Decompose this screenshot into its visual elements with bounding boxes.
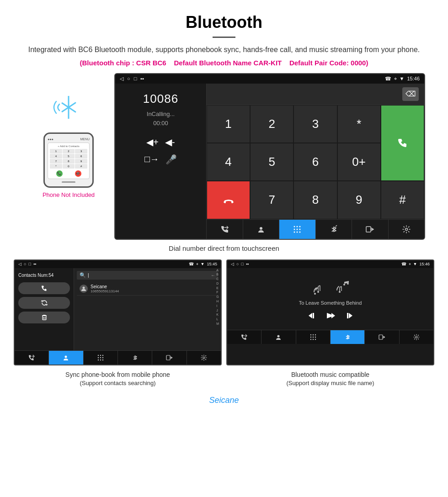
key-2[interactable]: 2 xyxy=(250,105,293,143)
recent-icon: □ xyxy=(134,76,137,81)
music-nav-calls[interactable] xyxy=(227,330,261,344)
contacts-sync-btn[interactable] xyxy=(18,297,70,309)
end-call-button[interactable] xyxy=(207,181,250,219)
contacts-nav-contacts[interactable] xyxy=(49,351,83,365)
music-statusbar: ◁ ○ □ ▪▪ ☎ ⌖ ▼ 15:46 xyxy=(227,260,433,268)
key-star[interactable]: * xyxy=(337,105,381,143)
nav-keypad[interactable] xyxy=(279,220,316,239)
phone-illustration: ●●● MENU + Add to Contacts 1 2 3 4 5 6 7… xyxy=(23,73,114,198)
vol-down-btn[interactable]: ◀- xyxy=(165,137,175,148)
svg-point-11 xyxy=(299,231,301,233)
contacts-call-btn[interactable] xyxy=(18,282,70,294)
svg-point-37 xyxy=(343,284,345,286)
next-track-btn[interactable] xyxy=(344,311,353,323)
svg-point-5 xyxy=(299,226,301,227)
music-nav-bluetooth[interactable] xyxy=(331,330,365,344)
contacts-caption-main: Sync phone-book from mobile phone xyxy=(14,370,222,380)
music-nav-settings[interactable] xyxy=(400,330,433,344)
nav-transfer[interactable] xyxy=(352,220,389,239)
dialer-left-panel: 10086 InCalling... 00:00 ◀+ ◀- □→ 🎤 xyxy=(115,84,207,239)
music-statusbar-left: ◁ ○ □ ▪▪ xyxy=(231,262,249,266)
phone-home-bar xyxy=(62,181,75,183)
music-nav-keypad[interactable] xyxy=(296,330,331,344)
music-nav-contacts[interactable] xyxy=(261,330,296,344)
contact-name: Seicane xyxy=(91,284,215,289)
key-0plus[interactable]: 0+ xyxy=(337,143,381,181)
phone-mock: ●●● MENU + Add to Contacts 1 2 3 4 5 6 7… xyxy=(43,132,94,188)
svg-point-2 xyxy=(260,227,262,230)
contacts-screen: ◁ ○ □ ▪▪ ☎ ⌖ ▼ 15:45 Contacts Num:54 xyxy=(14,259,222,365)
call-button[interactable] xyxy=(381,105,424,181)
contacts-nav-settings[interactable] xyxy=(187,351,221,365)
svg-point-55 xyxy=(315,338,316,339)
bottom-screens: ◁ ○ □ ▪▪ ☎ ⌖ ▼ 15:45 Contacts Num:54 xyxy=(0,259,448,370)
music-song-title: To Leave Something Behind xyxy=(299,300,362,306)
svg-point-23 xyxy=(102,354,103,355)
contact-list-item[interactable]: Seicane 10655059113144 xyxy=(77,282,218,296)
music-playback-controls xyxy=(308,311,353,323)
contacts-bottom-nav xyxy=(15,350,221,365)
spec-name: Default Bluetooth Name CAR-KIT xyxy=(174,59,282,67)
svg-point-18 xyxy=(83,286,85,289)
keypad-input-row: ⌫ xyxy=(207,84,424,105)
dialer-body: 10086 InCalling... 00:00 ◀+ ◀- □→ 🎤 ⌫ xyxy=(115,84,424,239)
music-time: 15:46 xyxy=(419,262,430,266)
key-8[interactable]: 8 xyxy=(293,181,337,219)
svg-marker-43 xyxy=(349,313,352,318)
contacts-nav-transfer[interactable] xyxy=(152,351,187,365)
play-pause-btn[interactable] xyxy=(326,311,335,323)
transfer-btn[interactable]: □→ xyxy=(144,154,159,165)
music-bottom-nav xyxy=(227,330,433,344)
music-home-icon: ○ xyxy=(236,262,239,266)
svg-point-29 xyxy=(102,359,103,360)
backspace-button[interactable]: ⌫ xyxy=(402,87,419,101)
nav-contacts[interactable] xyxy=(243,220,280,239)
music-gps-icon: ⌖ xyxy=(409,262,411,266)
svg-point-25 xyxy=(100,357,101,358)
contacts-search-bar[interactable]: 🔍 | ← xyxy=(77,271,218,280)
time-display: 15:46 xyxy=(407,76,420,81)
contacts-delete-btn[interactable] xyxy=(18,312,70,323)
nav-bluetooth[interactable] xyxy=(316,220,352,239)
contacts-nav-calls[interactable] xyxy=(15,351,49,365)
search-cursor: | xyxy=(88,273,211,278)
music-caption-main: Bluetooth music compatible xyxy=(226,370,434,380)
key-7[interactable]: 7 xyxy=(250,181,293,219)
phone-keypad: 1 2 3 4 5 6 7 8 9 * 0 # xyxy=(50,149,87,169)
keypad-grid: 1 2 3 * 4 5 6 0+ xyxy=(207,105,424,219)
contacts-nav-keypad[interactable] xyxy=(84,351,118,365)
contacts-statusbar: ◁ ○ □ ▪▪ ☎ ⌖ ▼ 15:45 xyxy=(15,260,221,268)
contacts-phone-icon: ☎ xyxy=(189,262,194,266)
music-screen: ◁ ○ □ ▪▪ ☎ ⌖ ▼ 15:46 xyxy=(226,259,434,365)
key-6[interactable]: 6 xyxy=(293,143,337,181)
svg-rect-40 xyxy=(313,313,314,318)
contacts-nav-bluetooth[interactable] xyxy=(118,351,152,365)
phone-status-icon: ☎ xyxy=(385,76,391,82)
music-recent-icon: □ xyxy=(241,262,243,266)
mic-btn[interactable]: 🎤 xyxy=(165,154,177,165)
contact-number: 10655059113144 xyxy=(91,289,215,293)
search-backspace[interactable]: ← xyxy=(211,273,215,278)
music-statusbar-right: ☎ ⌖ ▼ 15:46 xyxy=(401,262,430,267)
key-4[interactable]: 4 xyxy=(207,143,250,181)
key-5[interactable]: 5 xyxy=(250,143,293,181)
music-nav-transfer[interactable] xyxy=(365,330,399,344)
key-1[interactable]: 1 xyxy=(207,105,250,143)
dialer-bottom-nav xyxy=(207,219,424,239)
nav-call-log[interactable] xyxy=(207,220,243,239)
nav-settings[interactable] xyxy=(389,220,425,239)
main-demo-section: ●●● MENU + Add to Contacts 1 2 3 4 5 6 7… xyxy=(0,73,448,240)
svg-point-28 xyxy=(100,359,101,360)
contacts-wifi-icon: ▼ xyxy=(201,262,205,266)
header-description: Integrated with BC6 Bluetooth module, su… xyxy=(18,44,430,55)
key-3[interactable]: 3 xyxy=(293,105,337,143)
home-icon: ○ xyxy=(127,76,130,81)
key-hash[interactable]: # xyxy=(381,181,424,219)
key-9[interactable]: 9 xyxy=(337,181,381,219)
svg-point-21 xyxy=(98,354,99,355)
music-icon-area xyxy=(310,275,351,296)
phone-call-btn: 📞 xyxy=(56,170,63,177)
svg-point-3 xyxy=(294,226,295,227)
prev-track-btn[interactable] xyxy=(308,311,317,323)
vol-up-btn[interactable]: ◀+ xyxy=(146,137,159,148)
